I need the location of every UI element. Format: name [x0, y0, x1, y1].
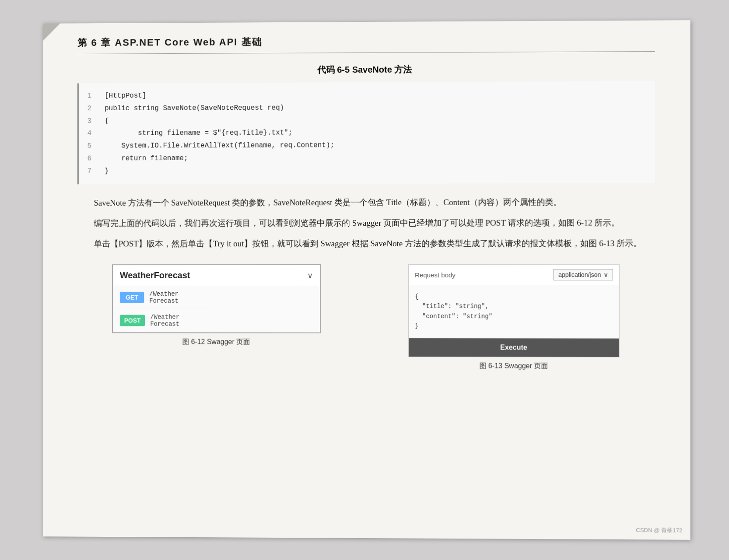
dropdown-arrow-icon: ∨: [604, 271, 608, 278]
line-code: public string SaveNote(SaveNoteRequest r…: [105, 102, 284, 115]
code-line-4: 4 string filename = $"{req.Title}.txt";: [88, 126, 646, 140]
endpoint-post-path: /WeatherForecast: [150, 314, 179, 328]
line-code: return filename;: [105, 152, 188, 165]
rb-json-line-4: }: [415, 322, 418, 329]
swagger-box: WeatherForecast ∨ GET /WeatherForecast P…: [112, 264, 321, 333]
line-num: 6: [88, 153, 96, 165]
fig-right-caption: 图 6-13 Swagger 页面: [479, 361, 548, 371]
swagger-endpoint-get: GET /WeatherForecast: [113, 286, 320, 309]
execute-button[interactable]: Execute: [409, 338, 619, 357]
fig-left-caption: 图 6-12 Swagger 页面: [182, 338, 250, 347]
rb-json-line-3: "content": "string": [415, 313, 492, 320]
paragraph-2: 编写完上面的代码以后，我们再次运行项目，可以看到浏览器中展示的 Swagger …: [77, 215, 655, 231]
line-code: {: [105, 115, 109, 128]
code-line-7: 7 }: [88, 164, 646, 178]
method-get-badge: GET: [120, 292, 144, 303]
watermark: CSDN @ 青柚172: [636, 526, 682, 535]
line-num: 5: [88, 140, 96, 153]
code-line-2: 2 public string SaveNote(SaveNoteRequest…: [88, 101, 646, 115]
rb-header: Request body application/json ∨: [409, 265, 619, 285]
figure-left: WeatherForecast ∨ GET /WeatherForecast P…: [77, 264, 356, 347]
content-type-dropdown[interactable]: application/json ∨: [554, 269, 613, 280]
swagger-title: WeatherForecast: [120, 270, 190, 280]
code-line-6: 6 return filename;: [88, 151, 646, 165]
rb-json-line-2: "title": "string",: [415, 303, 489, 310]
rb-json-line-1: {: [415, 293, 418, 300]
code-block: 1 [HttpPost] 2 public string SaveNote(Sa…: [77, 81, 655, 184]
paragraph-3: 单击【POST】版本，然后单击【Try it out】按钮，就可以看到 Swag…: [77, 235, 655, 251]
line-code: System.IO.File.WriteAllText(filename, re…: [105, 139, 334, 152]
code-line-5: 5 System.IO.File.WriteAllText(filename, …: [88, 138, 646, 152]
chapter-header: 第 6 章 ASP.NET Core Web API 基础: [77, 34, 655, 54]
line-num: 3: [88, 115, 96, 128]
chevron-down-icon: ∨: [307, 271, 313, 280]
content-type-label: application/json: [558, 271, 601, 278]
paragraph-1: SaveNote 方法有一个 SaveNoteRequest 类的参数，Save…: [77, 194, 655, 210]
line-num: 1: [88, 90, 96, 102]
line-num: 2: [88, 102, 96, 115]
figures-row: WeatherForecast ∨ GET /WeatherForecast P…: [77, 264, 655, 371]
code-line-3: 3 {: [88, 113, 646, 127]
line-code: [HttpPost]: [105, 90, 146, 102]
request-body-label: Request body: [415, 271, 456, 278]
line-code: string filename = $"{req.Title}.txt";: [105, 127, 292, 140]
swagger-endpoint-post: POST /WeatherForecast: [113, 309, 320, 332]
swagger-header: WeatherForecast ∨: [113, 265, 320, 286]
method-post-badge: POST: [120, 315, 145, 326]
line-num: 7: [88, 165, 96, 178]
request-body-box: Request body application/json ∨ { "title…: [408, 264, 620, 357]
figure-right: Request body application/json ∨ { "title…: [373, 264, 655, 371]
code-line-1: 1 [HttpPost]: [88, 88, 646, 103]
line-code: }: [105, 165, 109, 178]
book-page: 第 6 章 ASP.NET Core Web API 基础 代码 6-5 Sav…: [43, 20, 690, 540]
line-num: 4: [88, 127, 96, 140]
endpoint-get-path: /WeatherForecast: [149, 290, 179, 304]
rb-content: { "title": "string", "content": "string"…: [409, 285, 619, 338]
code-title: 代码 6-5 SaveNote 方法: [77, 63, 655, 77]
